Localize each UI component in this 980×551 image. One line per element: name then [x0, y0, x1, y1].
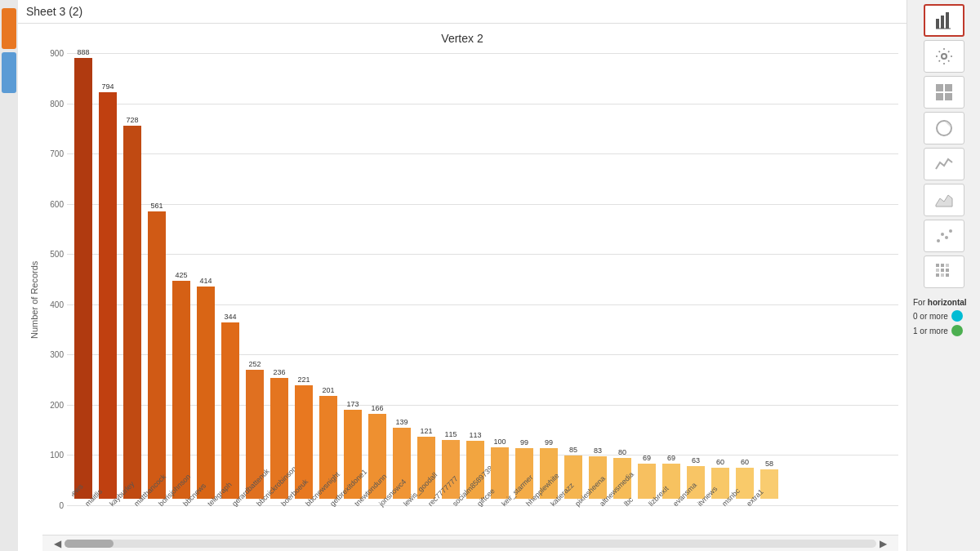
bar-col-4[interactable]: 425 borisjohnson [170, 49, 193, 510]
bar-col-21[interactable]: 83 pixiesheena [586, 49, 609, 510]
svg-rect-17 [946, 264, 949, 267]
left-sidebar [0, 0, 18, 551]
bar-col-20[interactable]: 85 katierazz [562, 49, 585, 510]
scroll-right-arrow[interactable]: ▶ [876, 538, 890, 549]
area-chart-icon-btn[interactable] [924, 184, 964, 216]
bar-col-10[interactable]: 201 bbcnewsnight [317, 49, 340, 510]
bar-col-19[interactable]: 99 hhepplewhite [537, 49, 560, 510]
bar-col-14[interactable]: 121 lewis_goodall [415, 49, 438, 510]
bar-col-9[interactable]: 221 boerboeuk [292, 49, 315, 510]
bar-col-5[interactable]: 414 bbcnews [194, 49, 217, 510]
svg-rect-22 [941, 273, 944, 277]
bar-value-11: 173 [346, 401, 359, 408]
bar-value-5: 414 [199, 278, 212, 285]
area-chart-icon [934, 190, 954, 210]
svg-rect-16 [941, 264, 944, 267]
y-label-0: 0 [42, 501, 67, 510]
bar-value-10: 201 [322, 387, 334, 394]
bar-rect-1 [99, 92, 117, 499]
bar-col-13[interactable]: 139 jonsnowc4 [390, 49, 413, 510]
bar-col-17[interactable]: 100 giftcee [488, 49, 511, 510]
svg-point-14 [949, 229, 952, 233]
bar-col-3[interactable]: 561 matthancock [145, 49, 168, 510]
line-chart-icon [934, 154, 954, 174]
legend-row-1: 1 or more [913, 325, 974, 336]
bars-scroll-area[interactable]: 888 skynews 794 maitlis 728 kayburley 56… [72, 49, 898, 510]
bar-col-27[interactable]: 60 msnbc [733, 49, 756, 510]
bar-col-16[interactable]: 113 socialm85897394 [464, 49, 487, 510]
bar-value-23: 69 [643, 455, 651, 462]
bar-col-6[interactable]: 344 telegraph [219, 49, 242, 510]
bar-col-2[interactable]: 728 kayburley [121, 49, 144, 510]
svg-rect-5 [936, 84, 943, 91]
scatter-icon [934, 226, 954, 246]
svg-rect-19 [941, 269, 944, 272]
svg-rect-18 [936, 269, 939, 272]
bar-col-28[interactable]: 58 extra1 [758, 49, 781, 510]
bar-col-7[interactable]: 252 gerardbattenuk [243, 49, 266, 510]
scrollbar-track[interactable] [65, 540, 876, 548]
bar-value-1: 794 [101, 83, 114, 91]
bar-col-23[interactable]: 69 lbc [635, 49, 658, 510]
bar-col-25[interactable]: 63 evansma [684, 49, 707, 510]
bar-chart-icon-btn[interactable] [924, 4, 964, 37]
sheet-title: Sheet 3 (2) [18, 0, 906, 24]
legend-prefix-1: 1 or more [913, 327, 948, 335]
tile-icon [934, 262, 954, 282]
svg-rect-1 [941, 16, 944, 29]
svg-point-13 [945, 236, 948, 239]
line-chart-icon-btn[interactable] [924, 148, 964, 180]
bar-value-16: 113 [469, 432, 481, 439]
grid-icon [934, 82, 954, 102]
grid-icon-btn[interactable] [924, 76, 964, 109]
bar-col-8[interactable]: 236 bbcnickrobinson [268, 49, 291, 510]
bars-and-axes: 9008007006005004003002001000 888 skynews… [42, 49, 898, 535]
horizontal-bold: horizontal [928, 298, 967, 307]
y-label-800: 800 [42, 100, 67, 109]
bar-value-24: 69 [667, 455, 675, 462]
tile-icon-btn[interactable] [924, 256, 964, 288]
bar-col-0[interactable]: 888 skynews [72, 49, 95, 510]
left-tab-1[interactable] [2, 8, 16, 49]
svg-rect-6 [945, 84, 952, 91]
bar-value-22: 80 [618, 449, 626, 456]
bar-value-4: 425 [175, 272, 187, 279]
svg-point-12 [941, 233, 944, 236]
legend-dot-0 [951, 310, 963, 322]
bar-value-26: 60 [716, 459, 724, 466]
bars-row: 888 skynews 794 maitlis 728 kayburley 56… [72, 49, 898, 510]
left-tab-2[interactable] [2, 52, 16, 93]
scatter-icon-btn[interactable] [924, 220, 964, 252]
bar-value-13: 139 [395, 419, 408, 426]
y-axis-label: Number of Records [26, 49, 42, 551]
for-horizontal-label: For horizontal [913, 298, 974, 307]
bar-col-15[interactable]: 115 rec7777777 [439, 49, 462, 510]
circle-icon-btn[interactable] [924, 112, 964, 144]
scroll-left-arrow[interactable]: ◀ [51, 538, 65, 549]
bar-col-18[interactable]: 99 keir_starmer [513, 49, 536, 510]
bar-value-9: 221 [297, 376, 310, 384]
chart-container: Number of Records 9008007006005004003002… [26, 49, 898, 551]
bar-rect-0 [74, 58, 92, 499]
bar-col-26[interactable]: 60 itvnews [709, 49, 732, 510]
chart-title: Vertex 2 [26, 32, 898, 45]
y-label-100: 100 [42, 451, 67, 460]
bar-value-20: 85 [569, 447, 577, 454]
svg-rect-0 [936, 19, 939, 29]
bar-col-1[interactable]: 794 maitlis [96, 49, 119, 510]
settings-icon-btn[interactable] [924, 40, 964, 73]
scrollbar-thumb[interactable] [65, 540, 114, 548]
bar-col-12[interactable]: 166 tnewtondunn [366, 49, 389, 510]
legend-row-0: 0 or more [913, 310, 974, 322]
bar-value-7: 252 [248, 361, 261, 368]
bar-col-11[interactable]: 173 getbrexitdone1 [341, 49, 364, 510]
y-label-600: 600 [42, 200, 67, 209]
legend-section: For horizontal 0 or more 1 or more [911, 298, 976, 340]
bar-col-24[interactable]: 69 lizbrexit [660, 49, 683, 510]
scrollbar-area: ◀ ▶ [42, 535, 898, 551]
svg-point-11 [937, 239, 940, 242]
bar-value-19: 99 [545, 439, 553, 447]
bar-value-27: 60 [741, 459, 749, 466]
bar-col-22[interactable]: 80 altnewsmedia [611, 49, 634, 510]
svg-rect-8 [945, 93, 952, 100]
